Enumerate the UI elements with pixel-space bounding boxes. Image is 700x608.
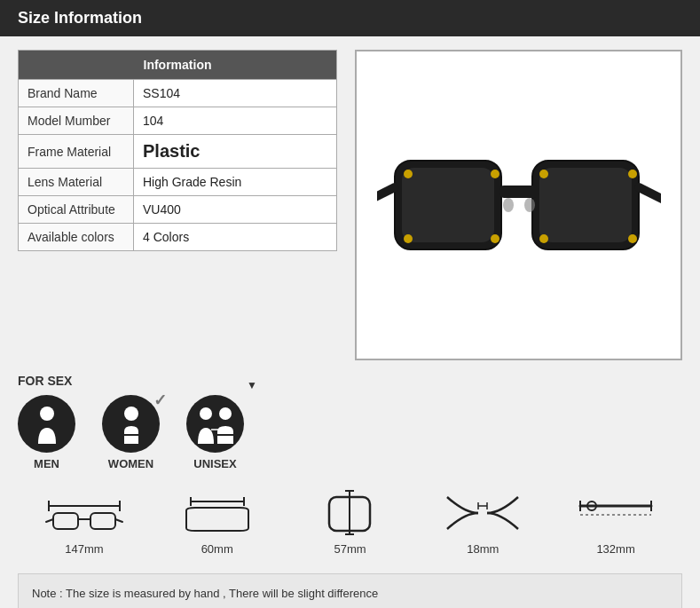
- page-header: Size Information: [0, 0, 700, 36]
- sex-icons-container: MEN ✓ WOMEN: [18, 395, 682, 470]
- size-value-bridge: 18mm: [467, 542, 499, 556]
- product-image: [377, 90, 661, 320]
- women-icon: ✓: [102, 395, 160, 453]
- row-value: 4 Colors: [134, 224, 337, 251]
- top-section: Information Brand Name SS104 Model Mumbe…: [18, 50, 682, 360]
- size-item-temple: 132mm: [576, 488, 656, 556]
- page-title: Size Information: [18, 9, 142, 27]
- svg-rect-1: [402, 168, 494, 242]
- size-icon-lens-width: [177, 488, 257, 537]
- row-value: VU400: [134, 196, 337, 224]
- main-content: Information Brand Name SS104 Model Mumbe…: [0, 36, 700, 608]
- sex-section-label: FOR SEX: [18, 374, 682, 388]
- svg-point-13: [628, 170, 637, 178]
- women-label: WOMEN: [108, 457, 153, 470]
- row-label-frame-material: Frame Material: [19, 135, 134, 169]
- svg-point-21: [219, 407, 232, 420]
- table-row: Lens Material High Grade Resin: [19, 169, 337, 196]
- svg-point-18: [124, 407, 138, 421]
- size-icon-lens-height: [310, 488, 389, 537]
- svg-rect-28: [90, 513, 115, 529]
- note-line2: Thank you for your undertanding.: [32, 604, 668, 608]
- svg-point-7: [404, 170, 413, 178]
- unisex-icon: [186, 395, 244, 453]
- row-label: Lens Material: [19, 169, 134, 196]
- svg-point-11: [539, 170, 548, 178]
- sex-item-men: MEN: [18, 395, 75, 470]
- row-label: Available colors: [19, 224, 134, 251]
- svg-line-5: [377, 187, 395, 201]
- unisex-label: UNISEX: [193, 457, 236, 470]
- table-row: Optical Attribute VU400: [19, 196, 337, 224]
- size-value-lens-height: 57mm: [334, 542, 366, 556]
- sex-section: FOR SEX MEN: [18, 374, 682, 470]
- size-value-temple: 132mm: [596, 542, 634, 556]
- size-item-lens-width: 60mm: [177, 488, 257, 556]
- row-value-plastic: Plastic: [134, 135, 337, 169]
- svg-rect-4: [499, 186, 539, 198]
- svg-line-6: [639, 187, 661, 201]
- svg-point-17: [40, 407, 54, 421]
- svg-point-15: [503, 198, 514, 212]
- size-item-lens-height: 57mm: [310, 488, 389, 556]
- women-checkmark: ✓: [153, 391, 167, 410]
- svg-point-9: [491, 170, 499, 178]
- dropdown-arrow-icon: ▼: [247, 379, 257, 391]
- row-value: 104: [134, 107, 337, 135]
- sex-item-unisex: ▼: [186, 395, 244, 470]
- svg-rect-27: [53, 513, 78, 529]
- table-row: Model Mumber 104: [19, 107, 337, 135]
- product-image-container: [355, 50, 682, 360]
- svg-line-30: [46, 519, 53, 522]
- svg-point-20: [200, 407, 212, 420]
- size-value-lens-width: 60mm: [201, 542, 233, 556]
- note-line1: Note : The size is measured by hand , Th…: [32, 585, 668, 604]
- svg-point-14: [628, 234, 637, 243]
- svg-point-10: [491, 234, 499, 243]
- page-wrapper: Size Information Information Brand Name …: [0, 0, 700, 608]
- svg-point-12: [539, 234, 548, 243]
- info-table: Information Brand Name SS104 Model Mumbe…: [18, 50, 337, 251]
- info-table-container: Information Brand Name SS104 Model Mumbe…: [18, 50, 337, 360]
- row-label: Model Mumber: [19, 107, 134, 135]
- size-icon-bridge: [443, 488, 523, 537]
- table-row: Frame Material Plastic: [19, 135, 337, 169]
- sex-item-women: ✓ WOMEN: [102, 395, 160, 470]
- row-label: Optical Attribute: [19, 196, 134, 224]
- svg-line-31: [115, 519, 122, 522]
- note-section: Note : The size is measured by hand , Th…: [18, 573, 682, 608]
- size-section: 147mm 60mm: [18, 484, 682, 560]
- row-label: Brand Name: [19, 80, 134, 107]
- size-icon-temple: [576, 488, 656, 537]
- size-icon-total-width: [44, 488, 124, 537]
- table-heading: Information: [19, 51, 337, 80]
- svg-rect-3: [539, 168, 632, 242]
- size-value-total-width: 147mm: [65, 542, 103, 556]
- svg-point-16: [524, 198, 535, 212]
- table-row: Brand Name SS104: [19, 80, 337, 107]
- svg-point-8: [404, 234, 413, 243]
- men-label: MEN: [34, 457, 59, 470]
- size-item-total-width: 147mm: [44, 488, 124, 556]
- men-icon: [18, 395, 75, 453]
- row-value: SS104: [134, 80, 337, 107]
- size-item-bridge: 18mm: [443, 488, 523, 556]
- row-value: High Grade Resin: [134, 169, 337, 196]
- table-row: Available colors 4 Colors: [19, 224, 337, 251]
